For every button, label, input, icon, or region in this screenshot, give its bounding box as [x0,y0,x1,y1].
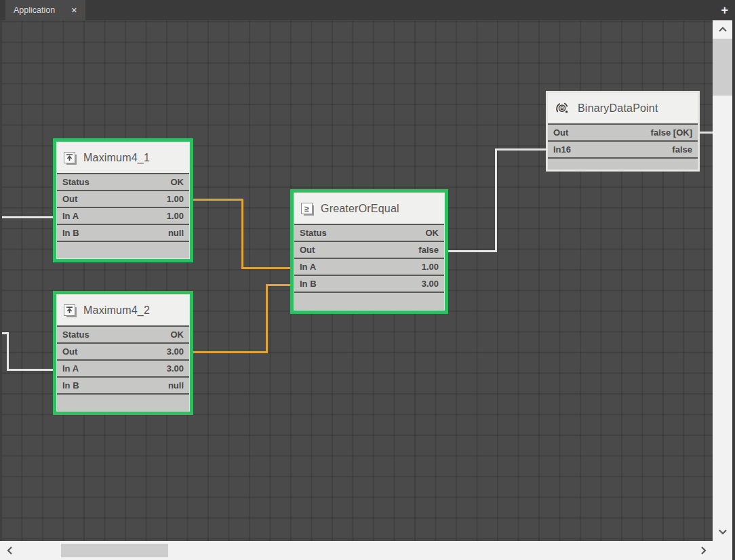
slot-label: Status [62,329,90,340]
slot-label: In B [300,279,317,289]
diagram-canvas[interactable]: Maximum4_1 Status OK Out 1.00 In A 1.00 … [0,20,713,541]
slot-label: In A [62,363,79,374]
slot-in-b[interactable]: In B 3.00 [294,275,444,292]
wire-link-to-maximum4_2-ina[interactable] [7,369,53,371]
wire-maximum4_1-out-to-gte-ina[interactable] [193,199,243,201]
block-header[interactable]: B BinaryDataPoint [548,93,698,123]
wire-maximum4_2-out-to-gte-inb[interactable] [193,351,268,353]
slot-value: false [OK] [651,127,692,138]
wire-maximum4_2-out-to-gte-inb[interactable] [266,284,268,353]
chevron-up-icon [718,26,728,33]
block-title: BinaryDataPoint [578,102,658,115]
wire-maximum4_1-out-to-gte-ina[interactable] [241,267,290,269]
wire-maximum4_1-out-to-gte-ina[interactable] [241,199,243,269]
slot-status[interactable]: Status OK [57,173,189,190]
slot-value: 1.00 [167,194,184,204]
slot-label: In B [62,380,79,391]
block-footer [294,292,444,310]
block-title: Maximum4_1 [83,152,150,164]
slot-value: OK [171,329,184,340]
greater-or-equal-icon: ≥ [301,203,313,214]
block-footer [57,393,189,411]
slot-value: OK [171,177,184,187]
slot-label: Out [62,194,77,204]
tab-bar: Application ✕ + [0,0,735,20]
scroll-down-button[interactable] [713,523,732,541]
slot-status[interactable]: Status OK [57,325,189,342]
slot-label: In16 [553,144,571,155]
wire-gte-out-to-bdp-in16[interactable] [448,250,497,252]
block-footer [57,241,189,258]
slot-out[interactable]: Out false [294,241,444,258]
binary-data-point-icon: B [555,101,570,116]
wire-maximum4_2-out-to-gte-inb[interactable] [266,284,290,286]
slot-out[interactable]: Out false [OK] [548,123,698,140]
chevron-left-icon [7,546,13,555]
wire-bdp-out-to-right-edge[interactable] [700,132,713,134]
wire-gte-out-to-bdp-in16[interactable] [495,148,497,252]
chevron-right-icon [700,546,707,555]
horizontal-scrollbar-thumb[interactable] [61,544,168,557]
slot-value: null [168,380,184,391]
slot-label: Status [62,177,90,187]
scroll-right-button[interactable] [694,541,713,560]
slot-label: Status [300,228,327,238]
slot-in-b[interactable]: In B null [57,224,189,241]
scroll-left-button[interactable] [0,541,19,560]
slot-in16[interactable]: In16 false [548,140,698,157]
slot-value: 3.00 [167,363,184,374]
slot-in-a[interactable]: In A 3.00 [57,359,189,376]
block-maximum4_1[interactable]: Maximum4_1 Status OK Out 1.00 In A 1.00 … [53,138,193,262]
slot-value: false [418,245,439,255]
slot-value: OK [426,228,439,238]
scroll-up-button[interactable] [713,20,732,39]
horizontal-scrollbar[interactable] [0,541,713,560]
wire-gte-out-to-bdp-in16[interactable] [495,148,546,151]
chevron-down-icon [718,529,728,535]
slot-label: Out [62,346,77,357]
block-title: Maximum4_2 [83,304,150,317]
tab-close-icon[interactable]: ✕ [71,6,77,15]
slot-label: Out [553,127,568,138]
slot-in-b[interactable]: In B null [57,376,189,393]
slot-out[interactable]: Out 3.00 [57,342,189,359]
svg-text:B: B [560,105,564,111]
wire-link-to-maximum4_1-ina[interactable] [1,216,53,218]
slot-label: Out [300,245,315,255]
block-maximum4_2[interactable]: Maximum4_2 Status OK Out 3.00 In A 3.00 … [53,291,193,415]
canvas-left-edge [0,20,2,541]
slot-value: 1.00 [422,262,439,272]
vertical-scrollbar-thumb[interactable] [713,39,732,96]
wire-link-to-maximum4_2-ina[interactable] [7,332,9,371]
vertical-scrollbar[interactable] [713,20,732,541]
slot-label: In A [300,262,316,272]
window-right-edge [732,20,735,560]
add-tab-icon[interactable]: + [721,1,728,19]
slot-in-a[interactable]: In A 1.00 [294,258,444,275]
scrollbar-corner [713,541,732,560]
block-greaterorequal[interactable]: ≥ GreaterOrEqual Status OK Out false In … [290,189,448,314]
block-header[interactable]: Maximum4_2 [57,295,189,325]
maximum-icon [64,152,75,163]
slot-status[interactable]: Status OK [294,224,444,241]
block-header[interactable]: Maximum4_1 [57,142,189,173]
slot-value: 3.00 [167,346,184,357]
slot-label: In B [62,228,79,238]
block-footer [548,157,698,169]
maximum-icon [64,304,75,316]
slot-in-a[interactable]: In A 1.00 [57,207,189,224]
slot-value: false [672,144,692,155]
slot-value: 3.00 [422,279,439,289]
slot-value: null [168,228,184,238]
tab-application[interactable]: Application ✕ [5,0,85,20]
block-binarydatapoint[interactable]: B BinaryDataPoint Out false [OK] In16 fa… [546,91,700,172]
slot-out[interactable]: Out 1.00 [57,190,189,207]
tab-label: Application [14,5,66,15]
block-header[interactable]: ≥ GreaterOrEqual [294,193,444,224]
slot-value: 1.00 [167,211,184,221]
block-title: GreaterOrEqual [321,203,399,215]
slot-label: In A [62,211,79,221]
